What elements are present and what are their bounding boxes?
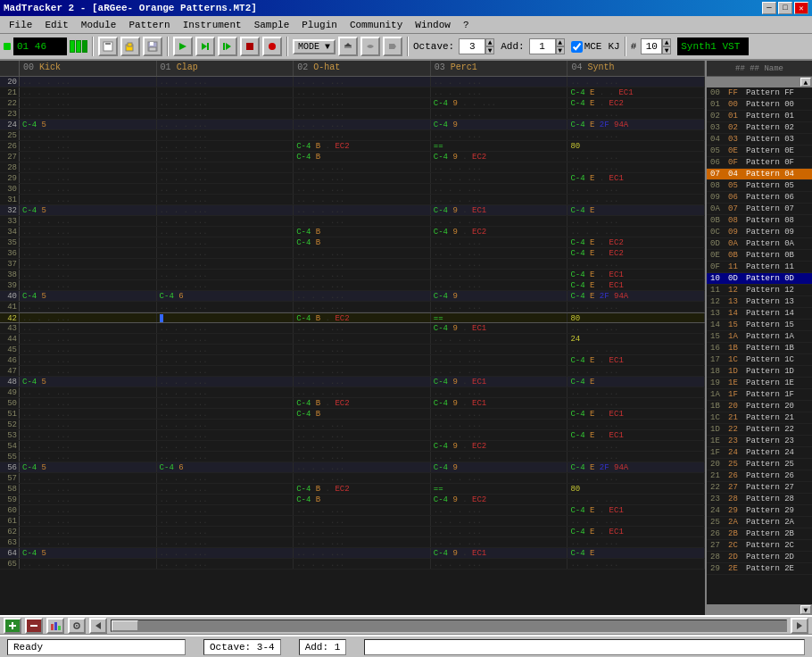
- hash-up[interactable]: ▲: [662, 38, 671, 46]
- list-item[interactable]: 29 2E Pattern 2E: [707, 563, 812, 575]
- channel-cell[interactable]: .. . . ...: [20, 216, 157, 226]
- channel-cell[interactable]: .. . . ...: [20, 313, 157, 322]
- table-row[interactable]: 56 C-4 5 C-4 6 .. . . ... C-4 9 C-4 E 2F…: [0, 462, 705, 473]
- channel-cell[interactable]: .. . . ...: [20, 559, 157, 569]
- record-button[interactable]: [262, 37, 282, 56]
- table-row[interactable]: 35 .. . . ... .. . . ... C-4 B .. . . ..…: [0, 237, 705, 248]
- channel-cell[interactable]: C-4 9 . EC2: [431, 227, 568, 237]
- list-item[interactable]: 25 2A Pattern 2A: [707, 517, 812, 528]
- channel-cell[interactable]: .. . . ...: [568, 441, 705, 451]
- channel-cell[interactable]: C-4 9 . . ...: [431, 98, 568, 108]
- channel-cell[interactable]: .. . . ...: [431, 345, 568, 354]
- channel-cell[interactable]: .. . . ...: [20, 452, 157, 462]
- stop-button[interactable]: [240, 37, 260, 56]
- channel-cell[interactable]: C-4 B . EC2: [294, 484, 431, 494]
- channel-cell[interactable]: C-4 E . . EC1: [568, 87, 705, 97]
- channel-cell[interactable]: .. . . ...: [20, 259, 157, 269]
- list-item[interactable]: 04 03 Pattern 03: [707, 134, 812, 146]
- table-row[interactable]: 58 .. . . ... .. . . ... C-4 B . EC2 == …: [0, 484, 705, 495]
- hash-down[interactable]: ▼: [662, 46, 671, 54]
- channel-cell[interactable]: .. . . ...: [294, 527, 431, 536]
- channel-cell[interactable]: .. . . ...: [294, 205, 431, 215]
- channel-cell[interactable]: .. . . ...: [20, 505, 157, 515]
- channel-cell[interactable]: .. . . ...: [157, 505, 294, 515]
- channel-cell[interactable]: .. . . ...: [294, 291, 431, 301]
- channel-cell[interactable]: .. . . ...: [157, 366, 294, 376]
- pattern-list-scrollbar-top[interactable]: ▲: [707, 77, 812, 87]
- channel-cell[interactable]: .. . . ...: [431, 270, 568, 279]
- channel-cell[interactable]: C-4 9 . EC2: [431, 495, 568, 504]
- channel-cell[interactable]: C-4 E . EC1: [568, 409, 705, 419]
- channel-cell[interactable]: C-4 6: [157, 291, 294, 301]
- channel-cell[interactable]: .. . . ...: [157, 345, 294, 354]
- list-item[interactable]: 21 26 Pattern 26: [707, 470, 812, 482]
- channel-cell[interactable]: .. . . ...: [294, 452, 431, 462]
- channel-cell[interactable]: .. . . ...: [157, 237, 294, 247]
- table-row[interactable]: 59 .. . . ... .. . . ... C-4 B C-4 9 . E…: [0, 495, 705, 505]
- list-item[interactable]: 24 29 Pattern 29: [707, 505, 812, 517]
- channel-cell[interactable]: .. . . ...: [294, 430, 431, 440]
- channel-cell[interactable]: .. . . ...: [157, 109, 294, 119]
- channel-cell[interactable]: .. . . ...: [157, 516, 294, 526]
- list-item[interactable]: 19 1E Pattern 1E: [707, 378, 812, 389]
- table-row[interactable]: 31 .. . . ... .. . . ... .. . . ... .. .…: [0, 195, 705, 205]
- table-row[interactable]: 26 .. . . ... .. . . ... C-4 B . EC2 == …: [0, 141, 705, 152]
- list-item[interactable]: 10 0D Pattern 0D: [707, 273, 812, 285]
- channel-cell[interactable]: .. . . ...: [20, 527, 157, 536]
- channel-cell[interactable]: C-4 5: [20, 462, 157, 472]
- list-item[interactable]: 28 2D Pattern 2D: [707, 552, 812, 563]
- channel-cell[interactable]: .. . . ...: [20, 141, 157, 151]
- channel-cell[interactable]: .. . . ...: [568, 216, 705, 226]
- save-button[interactable]: [143, 37, 162, 56]
- channel-cell[interactable]: C-4 E . EC2: [568, 237, 705, 247]
- channel-cell[interactable]: .. . . ...: [20, 302, 157, 312]
- channel-cell[interactable]: .. . . ...: [568, 420, 705, 429]
- channel-cell[interactable]: .. . . ...: [431, 430, 568, 440]
- add-value[interactable]: 1: [529, 38, 556, 54]
- list-item[interactable]: 1A 1F Pattern 1F: [707, 389, 812, 401]
- channel-cell[interactable]: .. . . ...: [294, 505, 431, 515]
- channel-cell[interactable]: .. . . ...: [568, 387, 705, 397]
- channel-cell[interactable]: .. . . ...: [431, 473, 568, 483]
- channel-cell[interactable]: .. . . ...: [157, 280, 294, 290]
- table-row[interactable]: 25 .. . . ... .. . . ... .. . . ... .. .…: [0, 130, 705, 141]
- channel-cell[interactable]: .. . . ...: [431, 387, 568, 397]
- list-item[interactable]: 0B 08 Pattern 08: [707, 215, 812, 227]
- channel-cell[interactable]: .. . . ...: [20, 473, 157, 483]
- channel-cell[interactable]: .. . . ...: [20, 409, 157, 419]
- channel-cell[interactable]: .. . . ...: [431, 130, 568, 140]
- channel-cell[interactable]: .. . . ...: [157, 270, 294, 279]
- channel-cell[interactable]: .. . . ...: [20, 227, 157, 237]
- channel-cell[interactable]: .. . . ...: [568, 195, 705, 204]
- channel-cell[interactable]: .. . . ...: [568, 302, 705, 312]
- channel-cell[interactable]: .. . . ...: [568, 184, 705, 194]
- channel-cell[interactable]: .. . . ...: [431, 109, 568, 119]
- add-up[interactable]: ▲: [556, 38, 565, 46]
- channel-cell[interactable]: .. . . ...: [431, 302, 568, 312]
- channel-cell[interactable]: .. . . ...: [294, 548, 431, 558]
- toggle3-button[interactable]: [383, 37, 402, 56]
- channel-cell[interactable]: .. . . ...: [157, 409, 294, 419]
- list-item[interactable]: 08 05 Pattern 05: [707, 180, 812, 192]
- menu-window[interactable]: Window: [410, 18, 456, 32]
- channel-cell[interactable]: [157, 313, 294, 322]
- channel-cell[interactable]: .. . . ...: [20, 334, 157, 344]
- channel-cell[interactable]: C-4 E . EC2: [568, 98, 705, 108]
- channel-cell[interactable]: .. . . ...: [157, 559, 294, 569]
- channel-cell[interactable]: .. . . ...: [20, 430, 157, 440]
- channel-cell[interactable]: C-4 9 . EC1: [431, 548, 568, 558]
- channel-cell[interactable]: .. . . ...: [431, 77, 568, 87]
- channel-cell[interactable]: .. . . ...: [157, 377, 294, 387]
- channel-cell[interactable]: .. . . ...: [157, 334, 294, 344]
- remove-track-button[interactable]: [25, 618, 43, 634]
- add-down[interactable]: ▼: [556, 46, 565, 54]
- channel-cell[interactable]: C-4 9 . EC1: [431, 398, 568, 408]
- menu-help[interactable]: ?: [458, 18, 475, 32]
- channel-cell[interactable]: .. . . ...: [157, 355, 294, 365]
- channel-cell[interactable]: .. . . ...: [157, 537, 294, 547]
- play-pattern-button[interactable]: [195, 37, 215, 56]
- table-row[interactable]: 49 .. . . ... .. . . ... .. . . ... .. .…: [0, 387, 705, 398]
- channel-cell[interactable]: .. . . ...: [20, 152, 157, 162]
- channel-cell[interactable]: .. . . ...: [431, 162, 568, 172]
- channel-cell[interactable]: ==: [431, 484, 568, 494]
